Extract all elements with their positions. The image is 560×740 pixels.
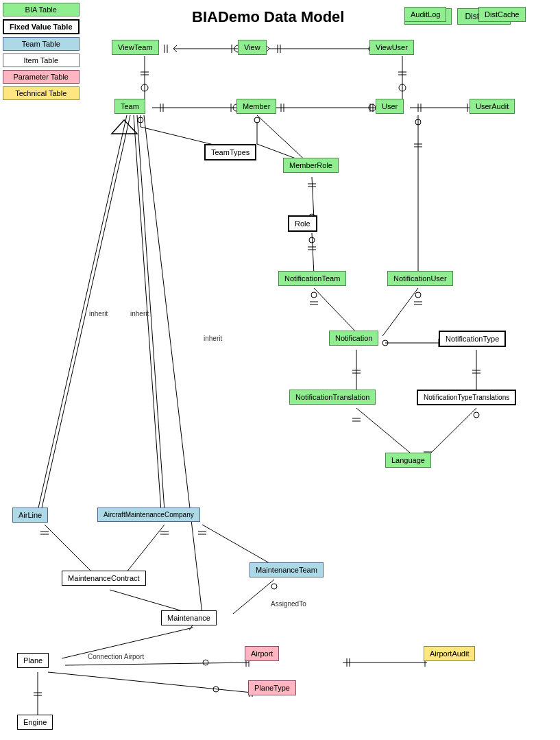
entity-team[interactable]: Team <box>114 99 145 114</box>
entity-viewteam[interactable]: ViewTeam <box>112 40 159 55</box>
svg-line-1 <box>173 45 177 49</box>
entity-planetype[interactable]: PlaneType <box>248 680 296 695</box>
svg-line-54 <box>314 288 360 336</box>
svg-point-99 <box>271 584 277 589</box>
entity-notification[interactable]: Notification <box>329 331 378 346</box>
svg-point-59 <box>415 292 421 298</box>
svg-line-83 <box>38 115 127 511</box>
entity-user[interactable]: User <box>376 99 404 114</box>
inherit-label-1: inherit <box>89 310 108 318</box>
inherit-label-2: inherit <box>130 310 149 318</box>
svg-line-2 <box>173 49 177 52</box>
entity-airport[interactable]: Airport <box>245 646 279 661</box>
entity-engine[interactable]: Engine <box>17 715 53 730</box>
entity-airportaudit[interactable]: AirportAudit <box>424 646 475 661</box>
svg-point-103 <box>203 660 208 665</box>
entity-auditlog[interactable]: AuditLog <box>404 7 446 22</box>
svg-line-46 <box>312 177 314 219</box>
entity-maintenancecontract[interactable]: MaintenanceContract <box>62 571 146 586</box>
entity-viewuser[interactable]: ViewUser <box>369 40 414 55</box>
entity-member[interactable]: Member <box>236 99 276 114</box>
svg-line-42 <box>257 115 308 163</box>
svg-line-91 <box>123 525 165 576</box>
entity-language[interactable]: Language <box>385 453 431 468</box>
entity-plane[interactable]: Plane <box>17 653 49 668</box>
svg-line-110 <box>48 672 252 693</box>
svg-line-8 <box>266 45 269 49</box>
entity-useraudit[interactable]: UserAudit <box>470 99 515 114</box>
entity-notificationtypetranslations[interactable]: NotificationTypeTranslations <box>417 390 516 405</box>
entity-teamtypes[interactable]: TeamTypes <box>204 144 256 160</box>
entity-distcache[interactable]: DistCache <box>478 7 526 22</box>
entity-memberrole[interactable]: MemberRole <box>283 158 339 173</box>
svg-line-98 <box>233 580 274 614</box>
svg-line-79 <box>428 408 476 456</box>
entity-maintenance[interactable]: Maintenance <box>161 610 217 625</box>
entity-notificationtranslation[interactable]: NotificationTranslation <box>289 390 376 405</box>
svg-point-80 <box>474 412 479 418</box>
entity-airline[interactable]: AirLine <box>12 508 48 523</box>
svg-line-76 <box>356 408 414 456</box>
svg-point-43 <box>254 117 260 123</box>
assigned-to-label: AssignedTo <box>271 600 306 608</box>
svg-line-58 <box>382 288 418 336</box>
connection-airport-label: Connection Airport <box>88 653 144 660</box>
svg-line-82 <box>41 115 130 511</box>
entity-maintenanceteam[interactable]: MaintenanceTeam <box>249 562 324 577</box>
entity-notificationuser[interactable]: NotificationUser <box>387 271 453 286</box>
svg-line-50 <box>312 233 314 274</box>
entity-notificationteam[interactable]: NotificationTeam <box>278 271 346 286</box>
entity-notificationtype[interactable]: NotificationType <box>439 331 506 347</box>
svg-line-94 <box>202 525 274 566</box>
entity-view[interactable]: View <box>238 40 267 55</box>
entity-aircraftmaintenancecompany[interactable]: AircraftMaintenanceCompany <box>97 508 200 522</box>
svg-line-88 <box>45 525 96 576</box>
svg-line-9 <box>266 49 269 52</box>
svg-line-102 <box>65 663 249 665</box>
inherit-label-3: inherit <box>204 335 222 342</box>
entity-role[interactable]: Role <box>288 215 317 232</box>
svg-point-55 <box>311 292 317 298</box>
